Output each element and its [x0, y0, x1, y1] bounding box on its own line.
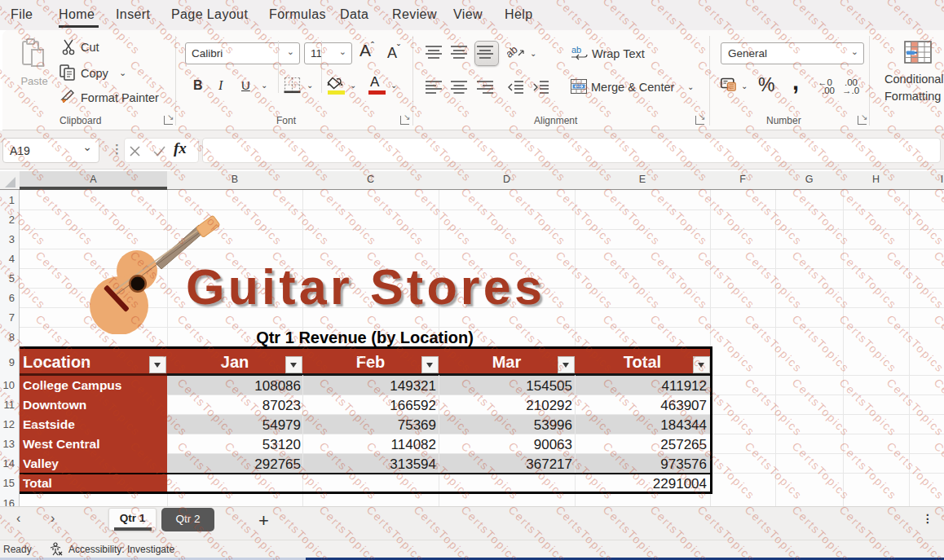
svg-text:.00: .00 [822, 86, 835, 95]
svg-text:ab: ab [571, 46, 581, 55]
svg-text:ab: ab [507, 44, 520, 60]
svg-text:→.0: →.0 [842, 86, 859, 95]
